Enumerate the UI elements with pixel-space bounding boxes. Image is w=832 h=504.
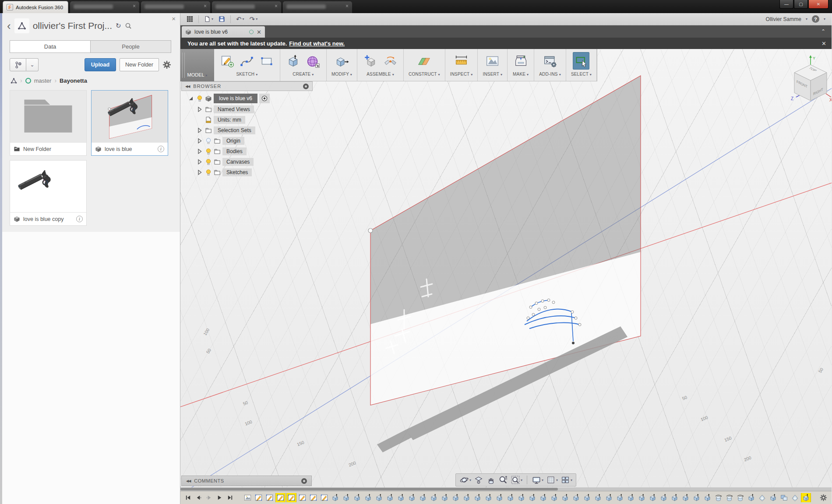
timeline-settings-gear-icon[interactable] [820, 494, 827, 501]
ribbon-menu-select[interactable]: SELECT ▾ [571, 72, 592, 77]
timeline-feature-sketch[interactable] [265, 493, 274, 502]
hub-icon[interactable] [11, 77, 17, 84]
browser-item-sketches[interactable]: Sketches [181, 167, 313, 178]
view-cube[interactable]: Y Z X TOP FRONT RIGHT [790, 55, 832, 112]
timeline-feature-extrude[interactable] [539, 493, 548, 502]
spline-button[interactable] [239, 52, 255, 70]
timeline-feature-revolve[interactable] [725, 493, 734, 502]
collapse-chevron-icon[interactable]: ⌃ [821, 28, 825, 35]
browser-tab-blurred[interactable] [70, 1, 139, 13]
help-icon[interactable]: ? [812, 15, 819, 23]
play-icon[interactable] [216, 494, 223, 501]
ribbon-menu-modify[interactable]: MODIFY ▾ [331, 72, 352, 77]
tab-people[interactable]: People [90, 40, 171, 53]
timeline-feature-extrude[interactable] [363, 493, 373, 502]
version-branch-button[interactable] [10, 58, 26, 71]
timeline-feature-extrude[interactable] [353, 493, 362, 502]
scripts-button[interactable] [542, 52, 558, 70]
data-panel-close-icon[interactable]: × [172, 15, 176, 22]
timeline-feature-chamfer[interactable] [758, 493, 767, 502]
comments-options-icon[interactable] [301, 478, 307, 484]
browser-item-named-views[interactable]: Named Views [181, 104, 313, 115]
3d-viewport[interactable]: 10050501001502005010015020050 MODEL ▾ SK… [180, 49, 832, 487]
ribbon-menu-construct[interactable]: CONSTRUCT ▾ [409, 72, 440, 77]
timeline-feature-extrude[interactable] [374, 493, 384, 502]
timeline-feature-canvas[interactable] [243, 493, 252, 502]
timeline-feature-extrude[interactable] [407, 493, 416, 502]
tree-item-label[interactable]: Sketches [222, 168, 252, 176]
apps-grid-icon[interactable] [187, 16, 193, 22]
viewports-button[interactable]: ▾ [561, 475, 572, 485]
ribbon-menu-create[interactable]: CREATE ▾ [293, 72, 314, 77]
tree-item-label[interactable]: Units: mm [214, 116, 245, 124]
tree-item-label[interactable]: Bodies [222, 147, 247, 155]
timeline-feature-extrude[interactable] [517, 493, 526, 502]
save-icon[interactable] [219, 16, 225, 22]
extrude-big-button[interactable] [285, 52, 302, 70]
window-tab-fusion[interactable]: F Autodesk Fusion 360 [3, 1, 68, 13]
timeline-feature-extrude[interactable] [571, 493, 581, 502]
timeline-feature-sketch[interactable] [276, 493, 285, 502]
workspace-selector[interactable]: MODEL ▾ [180, 49, 214, 81]
ribbon-menu-insert[interactable]: INSERT ▾ [483, 72, 502, 77]
new-folder-button[interactable]: New Folder [120, 58, 159, 71]
image-button[interactable] [484, 52, 501, 70]
file-menu-button[interactable]: ▾ [204, 16, 213, 22]
tree-item-label[interactable]: Canvases [222, 158, 254, 166]
new-component-button[interactable] [362, 52, 379, 70]
display-settings-button[interactable]: ▾ [532, 475, 543, 485]
browser-item-origin[interactable]: Origin [181, 136, 313, 146]
timeline-feature-extrude[interactable] [637, 493, 646, 502]
go-to-end-icon[interactable] [227, 494, 233, 501]
scrollbar-thumb[interactable] [180, 488, 558, 490]
info-icon[interactable]: i [76, 216, 83, 222]
timeline-feature-extrude[interactable] [418, 493, 427, 502]
zoom-button[interactable] [498, 475, 508, 485]
user-menu[interactable]: Ollivier Samme [766, 16, 801, 22]
timeline-feature-extrude[interactable] [670, 493, 679, 502]
ribbon-menu-add-ins[interactable]: ADD-INS ▾ [539, 72, 561, 77]
activate-component-icon[interactable] [261, 95, 268, 102]
timeline-feature-extrude[interactable] [440, 493, 449, 502]
timeline-feature-sketch[interactable] [254, 493, 263, 502]
print-button[interactable] [512, 52, 529, 70]
close-button[interactable]: ✕ [808, 0, 828, 9]
plane-button[interactable] [416, 52, 433, 70]
breadcrumb-folder[interactable]: Bayonetta [60, 77, 87, 84]
form-button[interactable] [305, 52, 321, 70]
expander-open-icon[interactable] [187, 95, 194, 102]
timeline-feature-extrude[interactable] [593, 493, 603, 502]
timeline-feature-extrude[interactable] [648, 493, 657, 502]
step-forward-icon[interactable] [206, 494, 212, 501]
browser-tab-blurred[interactable] [283, 1, 352, 13]
plane-handle[interactable] [368, 228, 373, 233]
undo-button[interactable]: ↶ ▾ [236, 16, 244, 22]
timeline-feature-extrude[interactable] [484, 493, 493, 502]
timeline-feature-extrude[interactable] [451, 493, 460, 502]
select-button[interactable] [573, 52, 589, 70]
root-label[interactable]: love is blue v6 [214, 94, 257, 103]
timeline-feature-extrude[interactable] [342, 493, 351, 502]
upload-button[interactable]: Upload [85, 58, 116, 71]
go-to-start-icon[interactable] [185, 494, 191, 501]
browser-tab-blurred[interactable] [212, 1, 281, 13]
redo-button[interactable]: ↷ ▾ [250, 16, 258, 22]
back-chevron-icon[interactable]: ‹ [7, 21, 11, 30]
measure-button[interactable] [453, 52, 470, 70]
timeline-feature-extrude[interactable] [615, 493, 624, 502]
timeline-feature-sketch[interactable] [287, 493, 296, 502]
timeline-feature-extrude[interactable] [582, 493, 592, 502]
notification-close-icon[interactable]: ✕ [821, 40, 826, 47]
step-back-icon[interactable] [195, 494, 202, 501]
document-tab[interactable]: love is blue v6 ✕ [182, 26, 265, 38]
timeline-feature-extrude[interactable] [801, 493, 811, 502]
timeline-feature-combine[interactable] [779, 493, 789, 502]
create-sketch-button[interactable] [219, 52, 236, 70]
grid-display-button[interactable]: ▾ [546, 475, 558, 485]
timeline-feature-extrude[interactable] [462, 493, 471, 502]
breadcrumb-branch[interactable]: master [34, 77, 52, 84]
timeline-feature-extrude[interactable] [385, 493, 395, 502]
comments-collapse-icon[interactable]: ◀◀ [186, 479, 190, 483]
ribbon-menu-assemble[interactable]: ASSEMBLE ▾ [367, 72, 394, 77]
info-icon[interactable]: i [158, 146, 164, 152]
